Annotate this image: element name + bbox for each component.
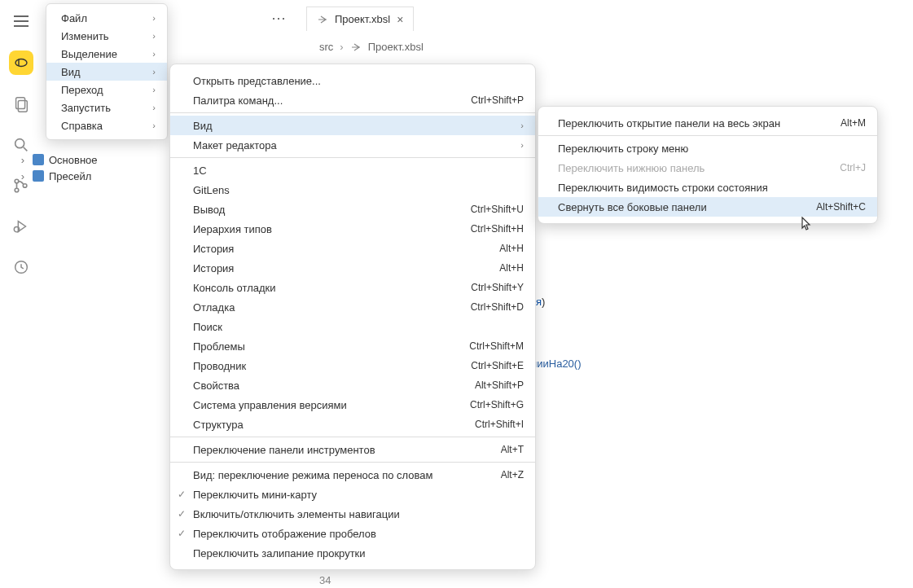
menu-separator [538, 135, 877, 136]
tree-item[interactable]: › Пресейл [18, 168, 98, 184]
shortcut-label: Alt+T [501, 444, 524, 455]
menu-item[interactable]: ПроводникCtrl+Shift+E [170, 356, 535, 375]
shortcut-label: Alt+H [499, 243, 524, 254]
menu-item[interactable]: Иерархия типовCtrl+Shift+H [170, 219, 535, 239]
breadcrumb-item[interactable]: Проект.xbsl [368, 41, 424, 53]
activity-bar [0, 0, 42, 588]
tree-item-label: Основное [49, 154, 98, 166]
tab-label: Проект.xbsl [335, 13, 390, 25]
chevron-right-icon: › [152, 85, 156, 94]
check-icon: ✓ [178, 528, 186, 539]
tree-item[interactable]: › Основное [18, 151, 98, 168]
menu-item[interactable]: Открыть представление... [170, 71, 535, 90]
chevron-right-icon: › [152, 121, 156, 130]
pointer-cursor-icon [797, 217, 813, 233]
menu-item[interactable]: СвойстваAlt+Shift+P [170, 375, 535, 395]
tree-item-label: Пресейл [49, 170, 91, 182]
menu-item[interactable]: Переключить строку меню [538, 138, 877, 158]
editor-tabs: Проект.xbsl × [306, 7, 414, 31]
menu-item[interactable]: Поиск [170, 317, 535, 336]
menu-item[interactable]: Переключить открытие панели на весь экра… [538, 113, 877, 133]
shortcut-label: Ctrl+Shift+E [471, 360, 524, 371]
chevron-right-icon: › [152, 103, 156, 112]
appearance-submenu: Переключить открытие панели на весь экра… [538, 106, 878, 224]
chevron-right-icon: › [152, 31, 156, 41]
menu-item[interactable]: ОтладкаCtrl+Shift+D [170, 297, 535, 317]
shortcut-label: Ctrl+J [840, 162, 866, 173]
chevron-right-icon: › [152, 67, 156, 77]
shortcut-label: Ctrl+Shift+D [471, 301, 524, 313]
menu-item[interactable]: Изменить› [46, 27, 167, 45]
menu-item[interactable]: Консоль отладкиCtrl+Shift+Y [170, 278, 535, 297]
svg-point-0 [15, 59, 27, 67]
shortcut-label: Ctrl+Shift+G [470, 399, 524, 410]
menu-item[interactable]: ВыводCtrl+Shift+U [170, 200, 535, 219]
file-icon [317, 14, 328, 25]
check-icon: ✓ [178, 508, 186, 520]
view-submenu: Открыть представление...Палитра команд..… [169, 64, 536, 570]
menu-item[interactable]: ПроблемыCtrl+Shift+M [170, 336, 535, 356]
shortcut-label: Ctrl+Shift+Y [471, 282, 524, 293]
menu-item[interactable]: СтруктураCtrl+Shift+I [170, 415, 535, 434]
timeline-icon[interactable] [10, 256, 33, 279]
menu-item: Переключить нижнюю панельCtrl+J [538, 158, 877, 178]
shortcut-label: Alt+Shift+P [475, 380, 524, 391]
menu-item[interactable]: Палитра команд...Ctrl+Shift+P [170, 90, 535, 110]
svg-point-5 [15, 188, 19, 192]
menu-item[interactable]: Файл› [46, 9, 167, 27]
shortcut-label: Alt+Z [501, 469, 524, 480]
menu-item[interactable]: Справка› [46, 116, 167, 134]
close-icon[interactable]: × [397, 13, 403, 26]
shortcut-label: Ctrl+Shift+U [471, 204, 524, 215]
menu-item[interactable]: Вид› [170, 116, 535, 135]
menu-separator [170, 157, 535, 158]
more-actions-icon[interactable]: ⋯ [271, 9, 287, 27]
menu-separator [170, 112, 535, 113]
menu-item[interactable]: Переключить залипание прокрутки [170, 543, 535, 563]
menu-separator [170, 462, 535, 463]
menu-item[interactable]: Макет редактора› [170, 135, 535, 155]
chevron-right-icon: › [520, 140, 524, 150]
svg-point-3 [15, 139, 24, 148]
svg-rect-2 [18, 100, 27, 112]
menu-item[interactable]: Свернуть все боковые панелиAlt+Shift+C [538, 197, 877, 217]
shortcut-label: Ctrl+Shift+I [475, 419, 524, 430]
module-icon [33, 170, 44, 182]
menu-item[interactable]: Переход› [46, 81, 167, 99]
menu-item[interactable]: Переключение панели инструментовAlt+T [170, 440, 535, 459]
file-icon [350, 42, 362, 53]
line-number: 34 [319, 573, 331, 588]
menu-item[interactable]: Запустить› [46, 99, 167, 116]
menu-separator [170, 437, 535, 437]
menu-item[interactable]: Выделение› [46, 45, 167, 63]
module-icon [33, 154, 44, 165]
shortcut-label: Alt+H [499, 262, 524, 274]
product-logo[interactable] [9, 50, 33, 75]
menu-item[interactable]: 1C [170, 160, 535, 180]
svg-rect-1 [16, 98, 25, 109]
editor-tab[interactable]: Проект.xbsl × [306, 7, 414, 31]
breadcrumb-separator: › [340, 41, 343, 53]
breadcrumb[interactable]: src › Проект.xbsl [319, 41, 424, 53]
hamburger-menu-icon[interactable] [10, 10, 33, 33]
explorer-tree: › Основное › Пресейл [18, 151, 98, 184]
menu-item[interactable]: Вид› [46, 63, 167, 81]
menu-item[interactable]: ИсторияAlt+H [170, 239, 535, 258]
menu-item[interactable]: ✓Включить/отключить элементы навигации [170, 504, 535, 524]
menu-item[interactable]: Система управления версиямиCtrl+Shift+G [170, 395, 535, 415]
menu-item[interactable]: ИсторияAlt+H [170, 258, 535, 278]
breadcrumb-item[interactable]: src [319, 41, 333, 53]
menu-item[interactable]: ✓Переключить мини-карту [170, 485, 535, 504]
svg-point-6 [23, 184, 27, 188]
menu-item[interactable]: ✓Переключить отображение пробелов [170, 524, 535, 543]
shortcut-label: Alt+Shift+C [816, 201, 866, 213]
shortcut-label: Alt+M [841, 117, 866, 129]
chevron-right-icon: › [18, 154, 28, 166]
explorer-icon[interactable] [10, 93, 33, 116]
check-icon: ✓ [178, 489, 186, 500]
menu-item[interactable]: Переключить видимость строки состояния [538, 178, 877, 197]
menu-item[interactable]: GitLens [170, 180, 535, 200]
chevron-right-icon: › [18, 170, 28, 182]
menu-item[interactable]: Вид: переключение режима переноса по сло… [170, 465, 535, 485]
run-debug-icon[interactable] [10, 215, 33, 238]
